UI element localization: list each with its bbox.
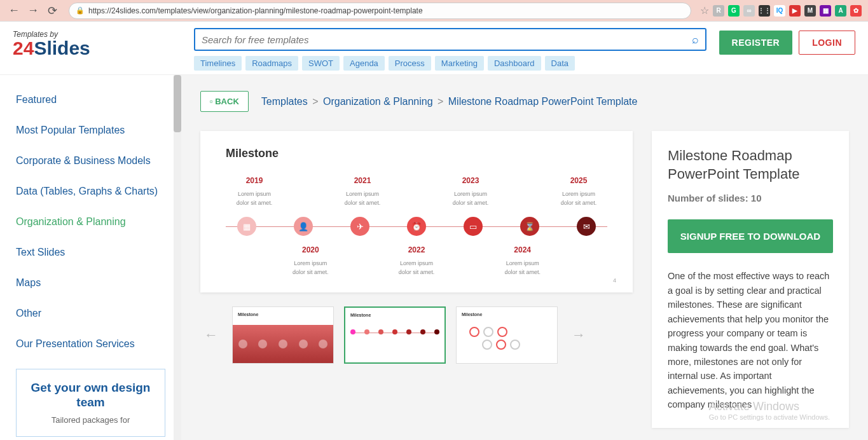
extension-icon[interactable]: ▶ <box>789 5 801 17</box>
url-text: https://24slides.com/templates/view/orga… <box>88 6 423 15</box>
milestone-item: 2021Lorem ipsum dolor sit amet. <box>340 176 385 207</box>
thumb-2-active[interactable]: Milestone <box>344 306 446 364</box>
timeline-dot-icon: ▭ <box>464 217 483 236</box>
extension-icon[interactable]: ⋮⋮ <box>759 5 770 17</box>
logo-text: 24Slides <box>13 38 181 59</box>
next-arrow-icon[interactable]: → <box>568 323 589 347</box>
crumb-templates[interactable]: Templates <box>261 96 308 107</box>
slide-title: Milestone <box>226 147 607 160</box>
register-button[interactable]: REGISTER <box>719 31 793 55</box>
sidebar-item[interactable]: Text Slides <box>16 247 165 258</box>
login-button[interactable]: LOGIN <box>799 31 855 55</box>
extension-icon[interactable]: G <box>728 5 740 17</box>
sidebar-item[interactable]: Data (Tables, Graphs & Charts) <box>16 186 165 197</box>
sidebar-item[interactable]: Organization & Planning <box>16 216 165 228</box>
extension-icon[interactable]: R <box>713 5 724 17</box>
sidebar-item[interactable]: Maps <box>16 277 165 289</box>
signup-download-button[interactable]: SIGNUP FREE TO DOWNLOAD <box>668 219 833 253</box>
extension-icon[interactable]: ▦ <box>820 5 831 17</box>
extension-icon[interactable]: ∞ <box>743 5 755 17</box>
thumbnails-row: ← Milestone Milestone <box>200 306 633 364</box>
tag-pills: TimelinesRoadmapsSWOTAgendaProcessMarket… <box>194 56 706 71</box>
promo-sub: Tailored packages for <box>25 415 156 425</box>
extension-icon[interactable]: M <box>804 5 816 17</box>
back-button[interactable]: ▫ BACK <box>200 91 249 112</box>
timeline-dots: ▦👤✈⏰▭⌛✉ <box>226 210 607 236</box>
extension-icon[interactable]: IQ <box>774 5 785 17</box>
tag-pill[interactable]: Dashboard <box>488 56 541 71</box>
milestone-item: 2019Lorem ipsum dolor sit amet. <box>232 176 277 207</box>
milestone-row-bottom: 2020Lorem ipsum dolor sit amet.2022Lorem… <box>226 245 607 277</box>
sidebar-item[interactable]: Our Presentation Services <box>16 338 165 350</box>
slides-count: Number of slides: 10 <box>668 193 833 203</box>
content-grid: Milestone 2019Lorem ipsum dolor sit amet… <box>200 131 849 428</box>
bookmark-star-icon[interactable]: ☆ <box>700 4 709 17</box>
milestone-row-top: 2019Lorem ipsum dolor sit amet.2021Lorem… <box>226 176 607 207</box>
tag-pill[interactable]: Timelines <box>194 56 242 71</box>
tag-pill[interactable]: Roadmaps <box>245 56 298 71</box>
tag-pill[interactable]: SWOT <box>302 56 340 71</box>
breadcrumb: Templates > Organization & Planning > Mi… <box>261 96 638 107</box>
sidebar-item[interactable]: Most Popular Templates <box>16 125 165 136</box>
info-panel: Milestone Roadmap PowerPoint Template Nu… <box>652 131 849 428</box>
tag-pill[interactable]: Marketing <box>435 56 484 71</box>
sidebar-scrollbar-thumb[interactable] <box>174 75 181 132</box>
sidebar-item[interactable]: Featured <box>16 94 165 106</box>
thumb-3[interactable]: Milestone <box>456 306 558 364</box>
template-title: Milestone Roadmap PowerPoint Template <box>668 147 833 183</box>
sidebar-item[interactable]: Corporate & Business Models <box>16 155 165 167</box>
logo[interactable]: Templates by 24Slides <box>13 28 181 59</box>
tag-pill[interactable]: Data <box>545 56 575 71</box>
browser-chrome: ← → ⟳ 🔒 https://24slides.com/templates/v… <box>0 0 868 22</box>
page-number: 4 <box>613 277 616 284</box>
extension-icons: RG∞⋮⋮IQ▶M▦A✿ <box>713 5 862 17</box>
prev-arrow-icon[interactable]: ← <box>200 323 222 347</box>
tag-pill[interactable]: Process <box>389 56 431 71</box>
timeline-dot-icon: ✈ <box>350 217 369 236</box>
crumb-category[interactable]: Organization & Planning <box>323 96 433 107</box>
reload-icon[interactable]: ⟳ <box>45 3 60 18</box>
slide-preview[interactable]: Milestone 2019Lorem ipsum dolor sit amet… <box>200 131 633 292</box>
timeline: ▦👤✈⏰▭⌛✉ <box>226 210 607 242</box>
timeline-dot-icon: ⏰ <box>407 217 426 236</box>
milestone-item: 2024Lorem ipsum dolor sit amet. <box>500 245 545 277</box>
search-icon[interactable]: ⌕ <box>692 33 699 46</box>
search-box: ⌕ <box>194 28 706 51</box>
promo-box[interactable]: Get your own design team Tailored packag… <box>16 369 165 437</box>
site-header: Templates by 24Slides ⌕ TimelinesRoadmap… <box>0 22 868 75</box>
crumb-current: Milestone Roadmap PowerPoint Template <box>448 96 638 107</box>
timeline-dot-icon: ⌛ <box>520 217 539 236</box>
extension-icon[interactable]: ✿ <box>850 5 862 17</box>
extension-icon[interactable]: A <box>835 5 846 17</box>
milestone-item: 2022Lorem ipsum dolor sit amet. <box>394 245 439 277</box>
timeline-dot-icon: ▦ <box>237 217 256 236</box>
slide-area: Milestone 2019Lorem ipsum dolor sit amet… <box>200 131 633 364</box>
timeline-dot-icon: 👤 <box>294 217 313 236</box>
search-column: ⌕ TimelinesRoadmapsSWOTAgendaProcessMark… <box>194 28 706 71</box>
timeline-dot-icon: ✉ <box>577 217 596 236</box>
promo-title: Get your own design team <box>25 381 156 410</box>
lock-icon: 🔒 <box>76 6 85 15</box>
milestone-item: 2020Lorem ipsum dolor sit amet. <box>288 245 333 277</box>
thumb-1[interactable]: Milestone <box>232 306 334 364</box>
sidebar: FeaturedMost Popular TemplatesCorporate … <box>0 75 181 440</box>
auth-buttons: REGISTER LOGIN <box>719 28 855 55</box>
top-row: ▫ BACK Templates > Organization & Planni… <box>200 91 849 112</box>
template-description: One of the most effective ways to reach … <box>668 269 833 412</box>
tag-pill[interactable]: Agenda <box>343 56 385 71</box>
content-area: ▫ BACK Templates > Organization & Planni… <box>181 75 868 440</box>
search-input[interactable] <box>202 34 692 45</box>
back-browser-icon[interactable]: ← <box>6 3 22 18</box>
main: FeaturedMost Popular TemplatesCorporate … <box>0 75 868 440</box>
milestone-item: 2023Lorem ipsum dolor sit amet. <box>448 176 493 207</box>
forward-browser-icon[interactable]: → <box>25 3 41 18</box>
url-bar[interactable]: 🔒 https://24slides.com/templates/view/or… <box>69 3 691 19</box>
milestone-item: 2025Lorem ipsum dolor sit amet. <box>556 176 601 207</box>
sidebar-item[interactable]: Other <box>16 308 165 319</box>
